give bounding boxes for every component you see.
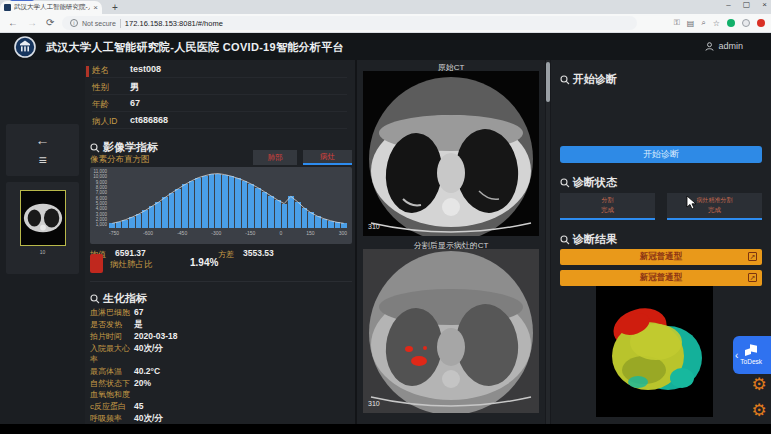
user-menu[interactable]: admin <box>705 41 743 51</box>
profile-avatar-icon[interactable] <box>742 19 750 27</box>
search-icon <box>560 178 570 188</box>
tab-title: 武汉大学人工智能研究院-人民医 <box>14 3 90 12</box>
histogram-bar <box>175 189 181 228</box>
result-section-heading: 诊断结果 <box>560 232 617 247</box>
result-label: 新冠普通型 <box>640 272 683 284</box>
letterbox-bar <box>0 424 771 434</box>
rail-nav-card: ← ≡ <box>6 124 79 176</box>
browser-action-icons: ⚿ ▤ ⌕ ☆ <box>674 18 765 28</box>
chevron-left-icon[interactable]: ‹ <box>735 350 738 361</box>
lesion-ratio-value: 1.94% <box>190 257 218 268</box>
slice-number: 310 <box>368 223 380 230</box>
record-icon[interactable] <box>757 19 765 27</box>
row-accent <box>86 66 89 77</box>
diagnosis-result-button[interactable]: 新冠普通型 ↗ <box>560 270 762 286</box>
histogram-bar <box>288 196 294 228</box>
gear-icon[interactable]: ⚙ <box>747 372 771 396</box>
biochem-section-title: 生化指标 <box>103 291 147 306</box>
search-icon <box>560 75 570 85</box>
app-title: 武汉大学人工智能研究院-人民医院 COVID-19智能分析平台 <box>46 40 344 55</box>
tab-lesion[interactable]: 病灶 <box>303 150 352 165</box>
tab-lung[interactable]: 肺部 <box>253 150 297 165</box>
patient-age-label: 年龄 <box>92 99 109 111</box>
browser-toolbar: ← → ⟳ i Not secure 172.16.158.153:8081/#… <box>0 14 771 33</box>
biochem-row: 入院最大心率 40次/分 <box>90 343 352 365</box>
variance-label: 方差 <box>218 249 234 260</box>
histogram-bar <box>189 181 195 228</box>
result-section-title: 诊断结果 <box>573 232 617 247</box>
histogram-bar <box>322 219 328 228</box>
zoom-icon[interactable]: ⌕ <box>701 18 705 28</box>
window-maximize-button[interactable]: ▢ <box>743 0 751 9</box>
info-icon[interactable]: i <box>70 19 78 27</box>
refresh-icon[interactable]: ⟳ <box>46 17 54 28</box>
histogram-bar <box>142 210 148 228</box>
status-card-state: 完成 <box>708 206 721 215</box>
histogram-bar <box>235 178 241 228</box>
lesion-3d-render[interactable] <box>596 286 713 417</box>
status-card-title: 分割 <box>602 196 614 205</box>
histogram-bar <box>195 178 201 228</box>
fever-value: 是 <box>134 319 143 330</box>
x-tick-label: -450 <box>177 230 187 236</box>
x-tick-label: 150 <box>306 230 314 236</box>
scan-date-value: 2020-03-18 <box>134 331 177 342</box>
tab-close-icon[interactable]: × <box>93 4 98 12</box>
omnibox-divider <box>120 19 121 28</box>
fever-label: 是否发热 <box>90 319 134 330</box>
histogram-bar <box>248 184 254 228</box>
histogram-bar <box>255 188 261 228</box>
bookmark-star-icon[interactable]: ☆ <box>713 19 720 28</box>
biochem-row: 自然状态下血氧饱和度 20% <box>90 378 352 400</box>
start-diagnosis-button[interactable]: 开始诊断 <box>560 146 762 163</box>
biochem-section-heading: 生化指标 <box>90 291 147 306</box>
address-bar[interactable]: i Not secure 172.16.158.153:8081/#/home <box>62 16 637 30</box>
forward-icon[interactable]: → <box>27 17 37 28</box>
mean-value: 6591.37 <box>115 248 146 258</box>
histogram-bar <box>202 176 208 228</box>
histogram-bars <box>109 171 347 228</box>
status-section-heading: 诊断状态 <box>560 175 617 190</box>
window-minimize-button[interactable]: – <box>726 0 730 9</box>
ct-original-image[interactable]: 310 <box>363 71 539 236</box>
ct-segmented-image[interactable]: 310 <box>363 249 539 413</box>
lymphocyte-value: 67 <box>134 307 143 318</box>
todesk-widget[interactable]: ‹ ToDesk <box>733 336 771 374</box>
reader-icon[interactable]: ▤ <box>687 19 695 28</box>
new-tab-button[interactable]: + <box>112 2 118 13</box>
external-link-icon[interactable]: ↗ <box>748 273 757 282</box>
diagnosis-result-button[interactable]: 新冠普通型 ↗ <box>560 249 762 265</box>
series-thumbnail-card[interactable]: 10 <box>6 182 79 274</box>
gear-icon[interactable]: ⚙ <box>747 398 771 422</box>
histogram-bar <box>282 204 288 228</box>
menu-icon[interactable]: ≡ <box>38 153 46 167</box>
patient-id-value: ct686868 <box>130 115 168 125</box>
histogram-bar <box>162 197 168 228</box>
external-link-icon[interactable]: ↗ <box>748 252 757 261</box>
todesk-logo-icon <box>745 345 758 356</box>
biochem-row: c反应蛋白 45 <box>90 401 352 412</box>
histogram-bar <box>155 202 161 228</box>
key-icon[interactable]: ⚿ <box>674 18 680 28</box>
lesion-ratio-label: 病灶肺占比 <box>110 259 153 271</box>
collapse-back-icon[interactable]: ← <box>36 133 50 147</box>
patient-sex-label: 性别 <box>92 82 109 94</box>
histogram-bar <box>129 217 135 228</box>
extension-icon[interactable] <box>727 19 735 27</box>
window-close-button[interactable]: × <box>762 0 767 9</box>
back-icon[interactable]: ← <box>8 17 18 28</box>
histogram-bar <box>302 208 308 228</box>
variance-value: 3553.53 <box>243 248 274 258</box>
browser-tabstrip: 武汉大学人工智能研究院-人民医 × + – ▢ × <box>0 0 771 14</box>
browser-tab[interactable]: 武汉大学人工智能研究院-人民医 × <box>0 1 102 14</box>
scrollbar-thumb[interactable] <box>546 62 550 102</box>
crp-value: 45 <box>134 401 143 412</box>
scan-date-label: 拍片时间 <box>90 331 134 342</box>
divider <box>90 281 352 282</box>
url-text[interactable]: 172.16.158.153:8081/#/home <box>125 19 223 28</box>
ct-thumbnail[interactable] <box>20 190 66 246</box>
not-secure-label: Not secure <box>82 20 116 27</box>
scrollbar[interactable] <box>546 60 550 424</box>
heart-rate-label: 入院最大心率 <box>90 343 134 365</box>
x-tick-label: -600 <box>143 230 153 236</box>
